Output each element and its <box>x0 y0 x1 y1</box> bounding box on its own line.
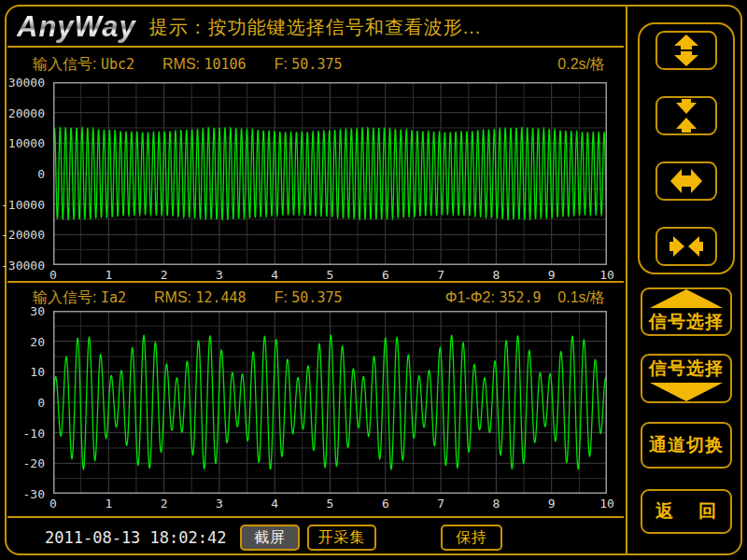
panel2-header: 输入信号: Ia2 RMS: 12.448 F: 50.375 Φ1-Φ2: 3… <box>7 286 624 310</box>
return-button[interactable]: 返 回 <box>641 489 732 534</box>
vertical-expand-button[interactable] <box>655 31 717 70</box>
x-tick-label: 2 <box>161 268 168 282</box>
panel2-y-axis: 3020100-10-20-30 <box>6 311 49 494</box>
expand-horizontal-icon <box>669 164 703 198</box>
compress-vertical-icon <box>669 99 703 133</box>
y-tick-label: -10000 <box>1 197 45 211</box>
hold-button[interactable]: 保持 <box>441 525 502 551</box>
x-tick-label: 5 <box>327 268 334 282</box>
panel1-waveform-chart <box>53 82 607 265</box>
panel2-rms: RMS: 12.448 <box>154 289 247 306</box>
x-tick-label: 9 <box>548 268 556 282</box>
timestamp: 2011-08-13 18:02:42 <box>45 528 226 547</box>
panel1-header: 输入信号: Ubc2 RMS: 10106 F: 50.375 0.2s/格 <box>7 52 624 77</box>
triangle-up-icon <box>650 289 723 308</box>
panel1-x-axis: 012345678910 <box>53 267 607 282</box>
y-tick-label: -30000 <box>1 259 45 273</box>
y-tick-label: 0 <box>37 396 45 410</box>
x-tick-label: 7 <box>437 268 444 282</box>
signal-select-up-button[interactable]: 信号选择 <box>641 287 732 336</box>
x-tick-label: 9 <box>548 497 556 511</box>
x-tick-label: 0 <box>49 268 57 282</box>
expand-vertical-icon <box>669 34 703 67</box>
x-tick-label: 7 <box>437 497 444 511</box>
channel-switch-button[interactable]: 通道切换 <box>641 422 732 469</box>
signal-select-down-button[interactable]: 信号选择 <box>641 354 732 403</box>
y-tick-label: 30 <box>30 304 45 318</box>
y-tick-label: -10 <box>23 426 45 440</box>
panel2-signal-name: Ia2 <box>101 289 126 306</box>
y-tick-label: 30000 <box>8 76 45 90</box>
x-tick-label: 4 <box>271 268 278 282</box>
x-tick-label: 1 <box>105 268 112 282</box>
panel2-waveform-chart <box>53 311 607 494</box>
start-acquisition-button[interactable]: 开采集 <box>307 525 376 551</box>
panel2-input-signal: 输入信号: Ia2 <box>33 288 126 308</box>
x-tick-label: 1 <box>105 497 112 511</box>
y-tick-label: -20 <box>23 456 45 470</box>
x-tick-label: 10 <box>599 497 614 511</box>
panel1-rms: RMS: 10106 <box>162 56 247 73</box>
y-tick-label: 0 <box>37 167 45 181</box>
panel1-frequency: F: 50.375 <box>275 56 343 73</box>
x-tick-label: 3 <box>216 497 223 511</box>
panel1-y-axis: 3000020000100000-10000-20000-30000 <box>6 82 49 265</box>
y-tick-label: 20000 <box>8 105 45 119</box>
panel1-timebase: 0.2s/格 <box>557 55 605 75</box>
y-tick-label: 10000 <box>8 136 45 150</box>
x-tick-label: 8 <box>492 497 500 511</box>
y-tick-label: -20000 <box>1 228 45 242</box>
title-bar: AnyWay 提示：按功能键选择信号和查看波形... <box>9 8 624 46</box>
x-tick-label: 8 <box>492 268 500 282</box>
horizontal-expand-button[interactable] <box>655 161 717 201</box>
panel1-input-signal: 输入信号: Ubc2 <box>33 55 134 75</box>
titlebar-divider <box>7 46 624 48</box>
panel2-frequency: F: 50.375 <box>275 289 343 306</box>
x-tick-label: 10 <box>599 268 614 282</box>
x-tick-label: 5 <box>327 497 334 511</box>
panel2-x-axis: 012345678910 <box>53 496 607 511</box>
triangle-down-icon <box>650 383 723 401</box>
panel2-phase: Φ1-Φ2: <box>445 289 495 305</box>
x-tick-label: 4 <box>271 497 278 511</box>
instrument-screen: AnyWay 提示：按功能键选择信号和查看波形... 输入信号: Ubc2 RM… <box>0 0 747 560</box>
panel2-timebase: 0.1s/格 <box>557 289 605 305</box>
y-tick-label: 20 <box>30 334 45 348</box>
horizontal-compress-button[interactable] <box>655 227 717 266</box>
panel2-phase-and-timebase: Φ1-Φ2: 352.9 0.1s/格 <box>445 288 605 308</box>
x-tick-label: 6 <box>382 497 389 511</box>
vertical-compress-button[interactable] <box>655 96 717 135</box>
compress-horizontal-icon <box>669 230 703 263</box>
x-tick-label: 2 <box>161 497 168 511</box>
anyway-logo: AnyWay <box>17 10 136 44</box>
sidebar-divider <box>626 7 627 553</box>
x-tick-label: 6 <box>382 268 389 282</box>
y-tick-label: -30 <box>23 487 45 501</box>
x-tick-label: 0 <box>49 497 57 511</box>
y-tick-label: 10 <box>30 365 45 379</box>
bottombar-divider <box>7 516 624 518</box>
hint-message: 提示：按功能键选择信号和查看波形... <box>149 15 482 40</box>
panel1-signal-name: Ubc2 <box>101 56 134 73</box>
screenshot-button[interactable]: 截屏 <box>240 525 300 551</box>
x-tick-label: 3 <box>216 268 223 282</box>
